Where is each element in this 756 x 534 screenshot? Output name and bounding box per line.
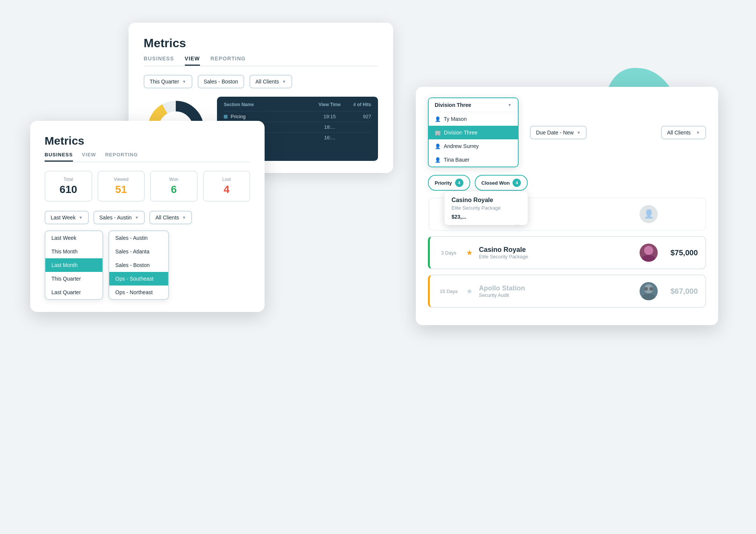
front-time-filter[interactable]: Last Week ▼: [45, 211, 89, 224]
row-dot: [224, 115, 228, 119]
team-dropdown-list: Sales - Austin Sales - Atlanta Sales - B…: [108, 230, 169, 300]
proposal-card-casino-royale[interactable]: 3 Days ★ Casino Royale Elite Security Pa…: [428, 236, 706, 269]
front-card-filters: Last Week ▼ Sales - Austin ▼ All Clients…: [45, 211, 250, 224]
star-icon: ★: [466, 287, 473, 296]
proposal-tabs: Priority 4 Closed Won 4 Casino Royale El…: [428, 175, 706, 191]
chevron-down-icon: ▼: [696, 130, 700, 135]
priority-badge: 4: [455, 179, 463, 187]
dropdown-item-sales-austin[interactable]: Sales - Austin: [109, 231, 168, 245]
division-item-tina-bauer[interactable]: 👤 Tina Bauer: [429, 153, 518, 167]
division-item-andrew-surrey[interactable]: 👤 Andrew Surrey: [429, 139, 518, 153]
time-dropdown-list: Last Week This Month Last Month This Qua…: [45, 230, 103, 300]
back-clients-filter[interactable]: All Clients ▼: [249, 75, 292, 88]
tab-closed-won[interactable]: Closed Won 4: [475, 175, 528, 191]
tab-reporting-front[interactable]: REPORTING: [105, 152, 138, 162]
chevron-down-icon: ▼: [182, 215, 186, 220]
avatar: [640, 244, 658, 262]
closed-won-badge: 4: [513, 179, 521, 187]
chevron-down-icon: ▼: [135, 215, 139, 220]
dropdown-item-ops-southeast[interactable]: Ops - Southeast: [109, 272, 168, 286]
dropdown-item-last-quarter[interactable]: Last Quarter: [45, 286, 102, 299]
front-clients-filter[interactable]: All Clients ▼: [149, 211, 192, 224]
svg-point-6: [642, 255, 655, 262]
division-dropdown-label: Division Three: [435, 102, 471, 108]
metric-total: Total 610: [45, 171, 92, 202]
avatar: 👤: [640, 205, 658, 223]
tab-business-front[interactable]: BUSINESS: [45, 152, 73, 162]
dropdown-item-this-month[interactable]: This Month: [45, 245, 102, 258]
all-clients-filter[interactable]: All Clients ▼: [661, 126, 706, 139]
back-card-filters: This Quarter ▼ Sales - Boston All Client…: [144, 75, 378, 88]
metric-won: Won 6: [150, 171, 198, 202]
closed-won-tooltip: Casino Royale Elite Security Package $23…: [445, 191, 528, 225]
division-item-division-three[interactable]: 🏢 Division Three: [429, 126, 518, 139]
front-card-title: Metrics: [45, 134, 250, 147]
tab-reporting-back[interactable]: REPORTING: [211, 56, 246, 66]
division-item-ty-mason[interactable]: 👤 Ty Mason: [429, 112, 518, 126]
table-row: Pricing 19:15 927: [224, 111, 371, 122]
table-header: Section Name View Time # of Hits: [224, 102, 371, 107]
dropdown-item-sales-atlanta[interactable]: Sales - Atlanta: [109, 245, 168, 258]
division-dropdown: Division Three ▼ 👤 Ty Mason 🏢 Division T…: [428, 97, 519, 167]
front-metrics-card: Metrics BUSINESS VIEW REPORTING Total 61…: [30, 121, 265, 312]
tab-view-front[interactable]: VIEW: [82, 152, 96, 162]
division-filter-wrap: Division Three ▼ 👤 Ty Mason 🏢 Division T…: [428, 97, 519, 167]
division-icon: 🏢: [435, 130, 441, 136]
chevron-down-icon: ▼: [182, 79, 186, 84]
metric-lost: Lost 4: [203, 171, 251, 202]
dropdown-item-sales-boston[interactable]: Sales - Boston: [109, 258, 168, 272]
tab-view-back[interactable]: VIEW: [185, 56, 200, 66]
svg-point-8: [642, 293, 655, 300]
star-icon: ★: [466, 248, 473, 257]
days-badge: 3 Days: [437, 250, 460, 256]
svg-point-10: [649, 287, 653, 291]
back-time-filter[interactable]: This Quarter ▼: [144, 75, 192, 88]
days-badge: 15 Days: [437, 289, 460, 294]
dropdown-item-last-month[interactable]: Last Month: [45, 258, 102, 272]
chevron-down-icon: ▼: [79, 215, 83, 220]
division-dropdown-header[interactable]: Division Three ▼: [429, 98, 518, 112]
back-team-filter[interactable]: Sales - Boston: [198, 75, 244, 88]
tab-priority[interactable]: Priority 4: [428, 175, 470, 191]
metric-viewed: Viewed 51: [98, 171, 145, 202]
right-proposals-card: Division Three ▼ 👤 Ty Mason 🏢 Division T…: [416, 87, 718, 325]
proposal-card-apollo[interactable]: 15 Days ★ Apollo Station Security Audit …: [428, 275, 706, 308]
back-card-tabs: BUSINESS VIEW REPORTING: [144, 56, 378, 66]
chevron-down-icon: ▼: [508, 103, 512, 107]
svg-point-9: [644, 287, 648, 291]
avatar: [640, 282, 658, 300]
person-icon: 👤: [435, 116, 441, 122]
chevron-down-icon: ▼: [577, 130, 581, 135]
dropdown-item-this-quarter[interactable]: This Quarter: [45, 272, 102, 286]
back-card-title: Metrics: [144, 36, 378, 50]
chevron-down-icon: ▼: [282, 79, 286, 84]
dropdown-item-ops-northeast[interactable]: Ops - Northeast: [109, 286, 168, 299]
person-icon: 👤: [435, 157, 441, 163]
metrics-row: Total 610 Viewed 51 Won 6 Lost 4: [45, 171, 250, 202]
date-filter[interactable]: Due Date - New ▼: [530, 126, 587, 139]
closed-won-wrap: Closed Won 4 Casino Royale Elite Securit…: [475, 175, 528, 191]
right-card-filters: Division Three ▼ 👤 Ty Mason 🏢 Division T…: [428, 97, 706, 167]
front-card-tabs: BUSINESS VIEW REPORTING: [45, 152, 250, 162]
front-team-filter[interactable]: Sales - Austin ▼: [93, 211, 145, 224]
tab-business-back[interactable]: BUSINESS: [144, 56, 174, 66]
cursor-icon: ☞: [515, 222, 520, 228]
dropdown-item-last-week[interactable]: Last Week: [45, 231, 102, 245]
svg-point-5: [644, 246, 653, 255]
person-icon: 👤: [435, 144, 441, 149]
